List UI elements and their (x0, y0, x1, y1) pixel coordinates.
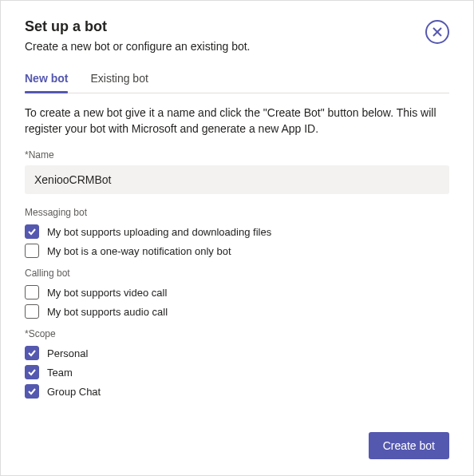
checkbox-row-oneway: My bot is a one-way notification only bo… (25, 244, 449, 258)
create-bot-button[interactable]: Create bot (369, 432, 449, 459)
tab-new-bot[interactable]: New bot (25, 67, 68, 93)
dialog-footer: Create bot (369, 432, 449, 459)
close-icon (432, 26, 443, 38)
scope-section-label: *Scope (25, 328, 449, 339)
checkbox-row-video: My bot supports video call (25, 285, 449, 299)
calling-section-label: Calling bot (25, 268, 449, 279)
checkmark-icon (27, 227, 37, 236)
checkbox-scope-personal[interactable] (25, 346, 39, 360)
checkbox-label: My bot supports uploading and downloadin… (47, 226, 271, 238)
checkbox-scope-group-chat[interactable] (25, 384, 39, 399)
tab-description: To create a new bot give it a name and c… (25, 105, 449, 137)
checkbox-oneway-notification[interactable] (25, 244, 39, 258)
dialog-header: Set up a bot Create a new bot or configu… (25, 18, 449, 67)
setup-bot-dialog: Set up a bot Create a new bot or configu… (1, 1, 473, 419)
checkbox-label: Personal (47, 347, 88, 359)
dialog-subtitle: Create a new bot or configure an existin… (25, 40, 251, 53)
checkbox-label: My bot is a one-way notification only bo… (47, 245, 231, 257)
name-input[interactable] (25, 165, 449, 194)
checkbox-scope-team[interactable] (25, 365, 39, 379)
checkbox-label: Team (47, 367, 73, 379)
checkbox-row-personal: Personal (25, 346, 449, 360)
tabs: New bot Existing bot (25, 67, 449, 93)
messaging-section-label: Messaging bot (25, 207, 449, 218)
dialog-title: Set up a bot (25, 18, 251, 35)
checkbox-row-upload: My bot supports uploading and downloadin… (25, 224, 449, 239)
checkbox-row-group: Group Chat (25, 384, 449, 399)
name-label: *Name (25, 149, 449, 161)
checkmark-icon (27, 367, 37, 377)
checkmark-icon (27, 387, 37, 396)
checkbox-video-call[interactable] (25, 285, 39, 299)
tab-existing-bot[interactable]: Existing bot (90, 67, 148, 93)
checkbox-upload-files[interactable] (25, 224, 39, 239)
close-button[interactable] (425, 20, 449, 44)
checkmark-icon (27, 348, 37, 358)
checkbox-label: Group Chat (47, 386, 101, 398)
checkbox-row-audio: My bot supports audio call (25, 304, 449, 319)
checkbox-label: My bot supports audio call (47, 306, 168, 318)
checkbox-row-team: Team (25, 365, 449, 379)
checkbox-label: My bot supports video call (47, 287, 167, 299)
checkbox-audio-call[interactable] (25, 304, 39, 319)
